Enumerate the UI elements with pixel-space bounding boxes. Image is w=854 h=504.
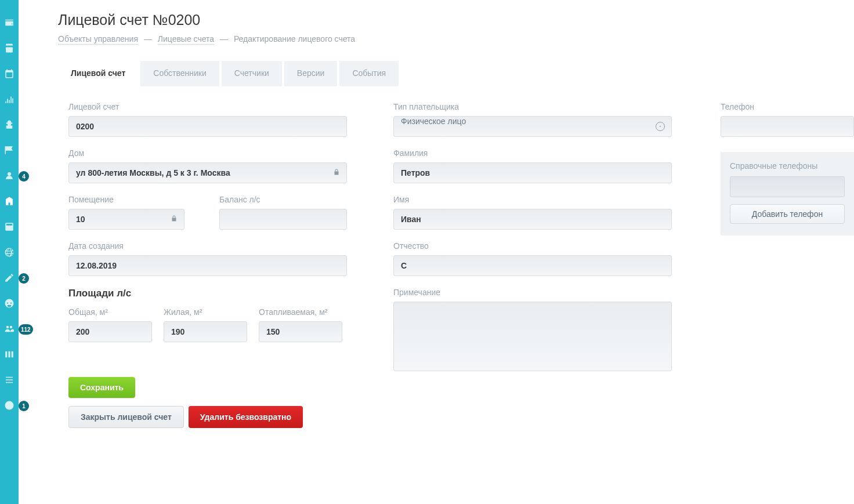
group-icon xyxy=(4,324,15,336)
label-firstname: Имя xyxy=(393,195,672,204)
badge-clock: 1 xyxy=(19,401,29,411)
account-input[interactable] xyxy=(68,116,347,137)
house-input[interactable] xyxy=(68,162,347,183)
label-balance: Баланс л/с xyxy=(219,195,347,204)
label-account: Лицевой счет xyxy=(68,102,347,111)
wallet-icon xyxy=(4,17,15,30)
right-box: Телефон Справочные телефоны Добавить тел… xyxy=(721,102,854,235)
nav-users[interactable]: 4 xyxy=(0,171,19,182)
label-note: Примечание xyxy=(393,288,672,297)
breadcrumb-objects[interactable]: Объекты управления xyxy=(58,34,138,45)
nav-face[interactable] xyxy=(0,298,19,310)
note-textarea[interactable] xyxy=(393,302,672,371)
tab-versions[interactable]: Версии xyxy=(284,61,338,86)
tab-owners[interactable]: Собственники xyxy=(140,61,219,86)
list-icon xyxy=(4,375,15,387)
nav-flag[interactable] xyxy=(0,145,19,157)
breadcrumb: Объекты управления — Лицевые счета — Ред… xyxy=(58,34,854,43)
label-area-living: Жилая, м² xyxy=(164,307,247,317)
nav-wallet[interactable] xyxy=(0,17,19,29)
tab-meters[interactable]: Счетчики xyxy=(222,61,282,86)
nav-phone[interactable] xyxy=(0,43,19,55)
area-living-input[interactable] xyxy=(164,321,247,342)
tabs: Лицевой счет Собственники Счетчики Верси… xyxy=(58,61,854,86)
columns-icon xyxy=(4,349,15,361)
users-icon xyxy=(4,171,15,183)
label-room: Помещение xyxy=(68,195,184,204)
delete-button[interactable]: Удалить безвозвратно xyxy=(189,406,303,428)
tab-events[interactable]: События xyxy=(339,61,399,86)
lock-icon xyxy=(333,168,340,178)
phone-icon xyxy=(4,43,15,55)
main: Лицевой счет №0200 Объекты управления — … xyxy=(19,0,854,504)
face-icon xyxy=(4,298,15,310)
phone-input[interactable] xyxy=(721,116,854,137)
nav-globe[interactable] xyxy=(0,247,19,259)
page-title: Лицевой счет №0200 xyxy=(58,12,854,28)
label-area-total: Общая, м² xyxy=(68,307,152,317)
clock-icon xyxy=(4,400,15,412)
breadcrumb-sep: — xyxy=(144,34,152,43)
label-phone: Телефон xyxy=(721,102,854,111)
breadcrumb-sep: — xyxy=(220,34,228,43)
balance-input[interactable] xyxy=(219,209,347,230)
calculator-icon xyxy=(4,222,15,234)
created-input[interactable] xyxy=(68,255,347,276)
label-house: Дом xyxy=(68,148,347,158)
room-input[interactable] xyxy=(68,209,184,230)
flag-icon xyxy=(4,145,15,157)
patronymic-input[interactable] xyxy=(393,255,672,276)
org-icon xyxy=(4,119,15,132)
edit-icon xyxy=(4,273,15,285)
nav-building[interactable] xyxy=(0,196,19,208)
sidebar: 4 2 112 1 xyxy=(0,0,19,504)
nav-clock[interactable]: 1 xyxy=(0,400,19,412)
label-created: Дата создания xyxy=(68,241,347,251)
nav-list[interactable] xyxy=(0,375,19,386)
areas-heading: Площади л/с xyxy=(68,288,347,299)
breadcrumb-current: Редактирование лицевого счета xyxy=(234,34,355,43)
lock-icon xyxy=(171,215,178,224)
area-heated-input[interactable] xyxy=(259,321,342,342)
nav-org[interactable] xyxy=(0,119,19,131)
chart-icon xyxy=(4,94,15,106)
ref-phone-slot[interactable] xyxy=(730,176,845,197)
lastname-input[interactable] xyxy=(393,162,672,183)
badge-group: 112 xyxy=(19,324,33,335)
reference-phones-box: Справочные телефоны Добавить телефон xyxy=(721,152,854,235)
label-payer-type: Тип плательщика xyxy=(393,102,672,111)
breadcrumb-accounts[interactable]: Лицевые счета xyxy=(158,34,214,45)
calendar-icon xyxy=(4,68,15,81)
nav-calendar[interactable] xyxy=(0,68,19,80)
globe-icon xyxy=(4,247,15,259)
label-patronymic: Отчество xyxy=(393,241,672,251)
building-icon xyxy=(4,196,15,208)
tab-account[interactable]: Лицевой счет xyxy=(58,61,138,86)
nav-chart[interactable] xyxy=(0,94,19,106)
close-account-button[interactable]: Закрыть лицевой счет xyxy=(68,406,184,428)
area-total-input[interactable] xyxy=(68,321,152,342)
add-phone-button[interactable]: Добавить телефон xyxy=(730,204,845,224)
label-area-heated: Отапливаемая, м² xyxy=(259,307,342,317)
firstname-input[interactable] xyxy=(393,209,672,230)
nav-columns[interactable] xyxy=(0,349,19,361)
label-ref-phones: Справочные телефоны xyxy=(730,161,845,171)
badge-edit: 2 xyxy=(19,273,29,284)
nav-calc[interactable] xyxy=(0,222,19,233)
save-button[interactable]: Сохранить xyxy=(68,377,135,398)
payer-type-select[interactable]: Физическое лицо xyxy=(393,116,672,137)
badge-users: 4 xyxy=(19,171,29,182)
nav-group[interactable]: 112 xyxy=(0,324,19,335)
nav-edit[interactable]: 2 xyxy=(0,273,19,284)
label-lastname: Фамилия xyxy=(393,148,672,158)
